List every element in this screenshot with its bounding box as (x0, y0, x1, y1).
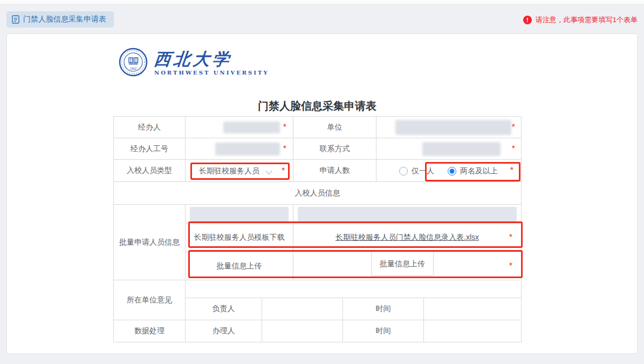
required-mark: * (283, 123, 286, 132)
redacted-bar (190, 207, 289, 221)
section-unit-opinion-label: 所在单位意见 (114, 280, 186, 320)
required-mark: * (282, 167, 285, 176)
label-operator: 经办人 (114, 117, 186, 138)
label-template-download: 长期驻校服务人员模板下载 (186, 224, 293, 252)
field-operator[interactable]: * (186, 117, 293, 138)
label-principal-time: 时间 (343, 298, 424, 320)
redacted-value (223, 122, 280, 133)
section-data-processing-label: 数据处理 (114, 320, 186, 342)
section-batch-info-label: 批量申请人员信息 (114, 205, 186, 280)
field-handler (262, 320, 343, 342)
field-principal-time (424, 298, 522, 320)
top-strip (0, 0, 644, 4)
cell-unit-opinion-text (186, 280, 522, 298)
radio-label-single: 仅一人 (412, 166, 434, 176)
required-mark: * (512, 123, 515, 132)
label-entrant-type: 入校人员类型 (114, 160, 186, 182)
required-mark: * (283, 145, 286, 153)
field-unit[interactable]: * (376, 117, 522, 138)
required-mark: * (510, 166, 513, 175)
university-name-en: NORTHWEST UNIVERSITY (154, 70, 269, 76)
field-principal (262, 298, 343, 320)
radio-unchecked-icon (399, 167, 408, 176)
radio-checked-icon (448, 167, 456, 176)
label-handler: 办理人 (186, 320, 262, 342)
tab-form-access-face[interactable]: 门禁人脸信息采集申请表 (6, 11, 114, 28)
label-contact: 联系方式 (293, 138, 376, 160)
radio-label-multiple: 两名及以上 (460, 166, 498, 176)
label-unit: 单位 (293, 117, 376, 138)
required-mark: * (509, 262, 512, 271)
tab-label: 门禁人脸信息采集申请表 (23, 15, 106, 24)
notice-banner: 请注意，此事项需要填写1个表单 (523, 15, 638, 25)
university-seal-icon: 1902 (119, 48, 148, 79)
required-mark: * (509, 233, 512, 242)
radio-option-multiple[interactable]: 两名及以上 (448, 160, 498, 182)
template-file-link[interactable]: 长期驻校服务人员门禁人脸信息录入表.xlsx (335, 233, 479, 242)
section-entrant-info: 入校人员信息 (114, 182, 522, 205)
redacted-value (395, 120, 511, 135)
cell-redacted-b (293, 205, 522, 224)
document-icon (12, 15, 19, 24)
required-mark: * (512, 145, 515, 153)
application-form-table: 经办人 * 单位 * 经办人工号 * 联系方式 * 入校人员类型 长期驻校服务人… (113, 116, 521, 342)
radio-option-single[interactable]: 仅一人 (399, 160, 434, 182)
notice-text: 请注意，此事项需要填写1个表单 (536, 15, 638, 25)
cell-applicant-count: 仅一人 两名及以上 * (376, 160, 522, 182)
field-contact[interactable]: * (376, 138, 522, 160)
seal-year: 1902 (130, 67, 136, 70)
label-operator-id: 经办人工号 (114, 138, 186, 160)
redacted-value (422, 142, 501, 156)
page: 门禁人脸信息采集申请表 请注意，此事项需要填写1个表单 1902 西北大学 NO… (0, 0, 644, 364)
chevron-down-icon (265, 167, 272, 174)
university-logo: 1902 西北大学 NORTHWEST UNIVERSITY (119, 48, 269, 79)
warning-icon (523, 16, 532, 24)
cell-template-file: 长期驻校服务人员门禁人脸信息录入表.xlsx * (293, 224, 522, 252)
redacted-bar (298, 207, 517, 221)
field-handler-time (424, 320, 522, 342)
label-handler-time: 时间 (343, 320, 424, 342)
label-batch-upload: 批量信息上传 (186, 252, 293, 280)
university-name-cn: 西北大学 (153, 50, 270, 68)
cell-redacted-a (186, 205, 293, 224)
field-operator-id[interactable]: * (186, 138, 293, 160)
label-principal: 负责人 (186, 298, 262, 320)
batch-upload-button[interactable]: 批量信息上传 (371, 252, 434, 276)
university-wordmark: 西北大学 NORTHWEST UNIVERSITY (154, 48, 269, 76)
label-applicant-count: 申请人数 (293, 160, 376, 182)
entrant-type-selected-value: 长期驻校服务人员 (199, 160, 259, 182)
entrant-type-select[interactable]: 长期驻校服务人员 * (186, 160, 293, 182)
form-title: 门禁人脸信息采集申请表 (113, 99, 521, 113)
redacted-value (215, 143, 280, 156)
